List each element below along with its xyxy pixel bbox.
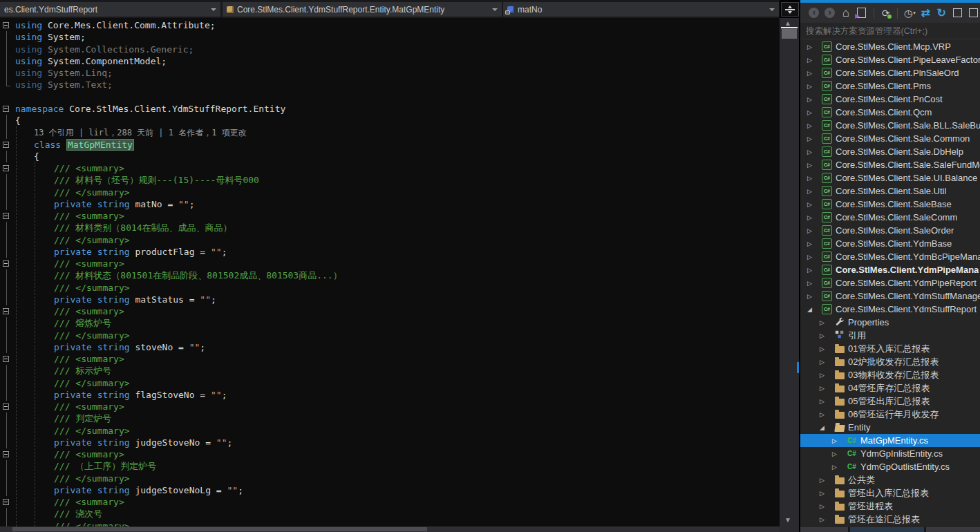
outlining-collapse-icon[interactable] <box>0 139 14 151</box>
tree-item-folder[interactable]: ▷管坯在途汇总报表 <box>800 513 980 526</box>
scroll-down-icon[interactable]: ▼ <box>784 516 791 524</box>
expander-collapsed-icon[interactable]: ▷ <box>806 96 821 103</box>
code-line[interactable]: /// </summary> <box>0 330 780 341</box>
split-editor-button[interactable] <box>781 2 799 17</box>
expander-collapsed-icon[interactable]: ▷ <box>806 280 821 287</box>
code-line[interactable]: /// <summary> <box>0 210 780 222</box>
tree-item-project[interactable]: ▷C#Core.StlMes.Client.SaleBase <box>800 198 980 211</box>
tree-item-project[interactable]: ▷C#Core.StlMes.Client.Sale.Util <box>800 184 980 198</box>
expander-collapsed-icon[interactable]: ▷ <box>831 464 846 471</box>
expander-collapsed-icon[interactable]: ▷ <box>818 477 833 484</box>
expander-collapsed-icon[interactable]: ▷ <box>831 437 846 444</box>
expander-collapsed-icon[interactable]: ▷ <box>818 516 833 523</box>
expander-collapsed-icon[interactable]: ▷ <box>806 188 821 195</box>
code-line[interactable]: 13 个引用 | lirl，288 天前 | 1 名作者，1 项更改 <box>0 126 780 138</box>
tree-item-folder[interactable]: ▷管坯出入库汇总报表 <box>800 486 980 500</box>
outlining-collapse-icon[interactable] <box>0 496 14 508</box>
back-button[interactable]: ‹ <box>807 6 821 20</box>
code-line[interactable]: /// 标示炉号 <box>0 365 780 377</box>
code-line[interactable]: class MatGpMEntity <box>0 139 780 151</box>
tree-item-project[interactable]: ▷C#Core.StlMes.Client.SaleOrder <box>800 224 980 237</box>
search-input[interactable] <box>800 23 980 39</box>
code-line[interactable]: /// </summary> <box>0 473 780 484</box>
expander-collapsed-icon[interactable]: ▷ <box>818 319 833 326</box>
expander-collapsed-icon[interactable]: ▷ <box>831 450 846 457</box>
outlining-collapse-icon[interactable] <box>0 103 14 115</box>
tree-item-引用[interactable]: ▷引用 <box>800 329 980 342</box>
expander-collapsed-icon[interactable]: ▷ <box>806 122 821 129</box>
expander-collapsed-icon[interactable]: ▷ <box>806 214 821 221</box>
member-dropdown[interactable]: matNo <box>503 2 779 17</box>
expander-collapsed-icon[interactable]: ▷ <box>818 385 833 392</box>
horizontal-scrollbar[interactable] <box>0 526 780 532</box>
code-line[interactable]: { <box>0 151 780 162</box>
tree-item-project[interactable]: ▷C#Core.StlMes.Client.YdmStuffManage <box>800 289 980 303</box>
bottom-tab[interactable] <box>926 527 980 532</box>
tree-item-project[interactable]: ◢C#Core.StlMes.Client.YdmStuffReport <box>800 303 980 316</box>
expander-collapsed-icon[interactable]: ▷ <box>818 490 833 497</box>
tree-item-folder[interactable]: ▷公共类 <box>800 473 980 486</box>
code-line[interactable]: /// 熔炼炉号 <box>0 317 780 329</box>
code-line[interactable]: /// </summary> <box>0 187 780 198</box>
tree-item-project[interactable]: ▷C#Core.StlMes.Client.YdmPipeMana <box>800 263 980 276</box>
expander-expanded-icon[interactable]: ◢ <box>818 424 833 431</box>
expander-collapsed-icon[interactable]: ▷ <box>806 44 821 50</box>
code-line[interactable]: /// <summary> <box>0 353 780 365</box>
code-line[interactable]: private string matStatus = ""; <box>0 294 780 305</box>
tree-item-properties[interactable]: ▷Properties <box>800 316 980 329</box>
code-area[interactable]: using Core.Mes.Client.Comm.Attribute;usi… <box>0 19 780 532</box>
horizontal-scrollbar-thumb[interactable] <box>12 527 427 531</box>
tree-item-project[interactable]: ▷C#Core.StlMes.Client.Pms <box>800 79 980 93</box>
pending-changes-filter-button[interactable]: ◷▾ <box>903 6 916 20</box>
forward-button[interactable]: › <box>823 6 837 20</box>
expander-collapsed-icon[interactable]: ▷ <box>806 57 821 64</box>
expander-collapsed-icon[interactable]: ▷ <box>818 332 833 339</box>
tree-item-project[interactable]: ▷C#Core.StlMes.Client.PlnSaleOrd <box>800 66 980 79</box>
code-line[interactable]: /// 材料类别（8014在制品、成品、商品） <box>0 222 780 234</box>
type-dropdown[interactable]: Core.StlMes.Client.YdmStuffReport.Entity… <box>223 2 502 17</box>
code-line[interactable]: using System.ComponentModel; <box>0 55 780 67</box>
code-line[interactable]: { <box>0 115 780 126</box>
expander-collapsed-icon[interactable]: ▷ <box>806 135 821 142</box>
tree-item-folder[interactable]: ▷03物料收发存汇总报表 <box>800 368 980 381</box>
tree-item-folder[interactable]: ▷02炉批收发存汇总报表 <box>800 355 980 368</box>
expander-collapsed-icon[interactable]: ▷ <box>806 240 821 247</box>
tree-item-folder[interactable]: ▷01管坯入库汇总报表 <box>800 342 980 355</box>
vertical-scrollbar-thumb[interactable] <box>782 29 797 39</box>
code-line[interactable]: using System.Text; <box>0 79 780 91</box>
expander-collapsed-icon[interactable]: ▷ <box>818 503 833 510</box>
tree-item-project[interactable]: ▷C#Core.StlMes.Client.YdmPipeReport <box>800 276 980 289</box>
tree-item-folder[interactable]: ▷06管坯运行年月收发存 <box>800 408 980 421</box>
project-dropdown[interactable]: es.Client.YdmStuffReport <box>0 2 220 17</box>
code-line[interactable]: /// 材料号（坯号）规则---(15)----母料号000 <box>0 174 780 186</box>
tree-item-project[interactable]: ▷C#Core.StlMes.Client.Qcm <box>800 106 980 119</box>
code-line[interactable]: /// <summary> <box>0 258 780 269</box>
code-line[interactable]: /// 浇次号 <box>0 508 780 520</box>
tree-item-project[interactable]: ▷C#Core.StlMes.Client.Mcp.VRP <box>800 40 980 53</box>
tree-item-folder[interactable]: ▷05管坯出库汇总报表 <box>800 395 980 408</box>
expander-collapsed-icon[interactable]: ▷ <box>818 411 833 418</box>
bottom-tab[interactable] <box>800 527 848 532</box>
code-line[interactable]: namespace Core.StlMes.Client.YdmStuffRep… <box>0 103 780 115</box>
expander-collapsed-icon[interactable]: ▷ <box>806 254 821 260</box>
bottom-tab[interactable] <box>850 527 924 532</box>
tree-item-project[interactable]: ▷C#Core.StlMes.Client.Sale.BLL.SaleBus <box>800 119 980 132</box>
code-line[interactable]: /// </summary> <box>0 282 780 294</box>
code-line[interactable]: /// </summary> <box>0 377 780 389</box>
code-line[interactable]: private string matNo = ""; <box>0 198 780 210</box>
code-line[interactable]: using Core.Mes.Client.Comm.Attribute; <box>0 19 780 31</box>
code-line[interactable]: /// 材料状态（801501在制品阶段、801502成品、801503商品..… <box>0 269 780 281</box>
collapse-all-button[interactable] <box>950 6 964 20</box>
outlining-collapse-icon[interactable] <box>0 258 14 269</box>
tree-item-folder[interactable]: ◢Entity <box>800 421 980 434</box>
refresh-button[interactable]: ↻ <box>934 6 948 20</box>
outlining-collapse-icon[interactable] <box>0 305 14 317</box>
code-line[interactable]: private string productFlag = ""; <box>0 246 780 258</box>
expander-collapsed-icon[interactable]: ▷ <box>806 162 821 169</box>
code-line[interactable]: /// <summary> <box>0 162 780 174</box>
expander-collapsed-icon[interactable]: ▷ <box>806 149 821 155</box>
sync-button[interactable]: ⇄ <box>918 6 932 20</box>
outlining-collapse-icon[interactable] <box>0 19 14 31</box>
code-line[interactable] <box>0 91 780 103</box>
code-line[interactable]: private string judgeStoveNoLg = ""; <box>0 484 780 496</box>
